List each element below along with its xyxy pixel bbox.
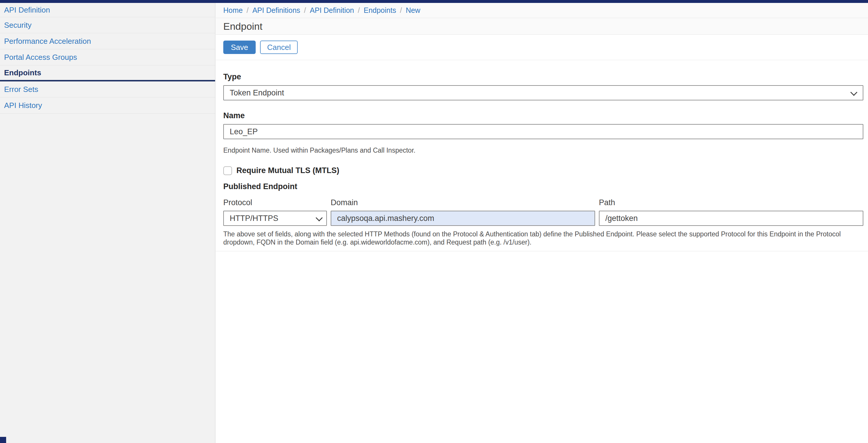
- sidebar-item-portal-access-groups[interactable]: Portal Access Groups: [0, 49, 215, 65]
- breadcrumb-separator: /: [247, 6, 249, 14]
- breadcrumb-new[interactable]: New: [406, 6, 420, 14]
- published-endpoint-column-labels: Protocol Domain Path: [223, 198, 863, 207]
- breadcrumb: Home / API Definitions / API Definition …: [216, 3, 868, 18]
- mtls-row: Require Mutual TLS (MTLS): [223, 166, 863, 175]
- sidebar-item-endpoints[interactable]: Endpoints: [0, 65, 215, 82]
- endpoint-form: Type Token Endpoint Name Endpoint Name. …: [216, 60, 868, 246]
- published-endpoint-fields: HTTP/HTTPS: [223, 211, 863, 226]
- sidebar-item-error-sets[interactable]: Error Sets: [0, 82, 215, 97]
- sidebar-item-security[interactable]: Security: [0, 17, 215, 33]
- breadcrumb-api-definition[interactable]: API Definition: [310, 6, 354, 14]
- domain-label: Domain: [331, 198, 595, 207]
- section-divider: [216, 251, 868, 251]
- breadcrumb-separator: /: [304, 6, 306, 14]
- sidebar: API Definition Security Performance Acce…: [0, 3, 215, 443]
- name-help-text: Endpoint Name. Used within Packages/Plan…: [223, 147, 863, 154]
- mtls-checkbox[interactable]: [223, 166, 232, 175]
- sidebar-item-performance-acceleration[interactable]: Performance Acceleration: [0, 33, 215, 49]
- path-label: Path: [599, 198, 863, 207]
- path-input[interactable]: [599, 211, 863, 226]
- page-title: Endpoint: [223, 21, 262, 32]
- name-input[interactable]: [223, 124, 863, 139]
- save-button[interactable]: Save: [223, 40, 256, 54]
- top-accent-bar: [0, 0, 868, 3]
- breadcrumb-separator: /: [400, 6, 402, 14]
- page-root: API Definition Security Performance Acce…: [0, 0, 868, 443]
- sidebar-item-api-definition[interactable]: API Definition: [0, 3, 215, 17]
- name-label: Name: [223, 111, 863, 120]
- protocol-label: Protocol: [223, 198, 327, 207]
- breadcrumb-endpoints[interactable]: Endpoints: [364, 6, 396, 14]
- breadcrumb-separator: /: [358, 6, 360, 14]
- type-label: Type: [223, 72, 863, 82]
- sidebar-item-api-history[interactable]: API History: [0, 97, 215, 114]
- type-select[interactable]: Token Endpoint: [223, 85, 863, 100]
- cancel-button[interactable]: Cancel: [260, 40, 298, 54]
- title-row: Endpoint: [216, 18, 868, 35]
- bottom-left-marker: [0, 437, 6, 443]
- domain-input[interactable]: [331, 211, 595, 226]
- main-content: Home / API Definitions / API Definition …: [216, 3, 868, 443]
- breadcrumb-api-definitions[interactable]: API Definitions: [252, 6, 300, 14]
- published-endpoint-heading: Published Endpoint: [223, 182, 863, 191]
- mtls-label: Require Mutual TLS (MTLS): [237, 166, 339, 175]
- protocol-select[interactable]: HTTP/HTTPS: [223, 211, 327, 226]
- breadcrumb-home[interactable]: Home: [223, 6, 243, 14]
- published-endpoint-help-text: The above set of fields, along with the …: [223, 230, 863, 246]
- toolbar: Save Cancel: [216, 35, 868, 60]
